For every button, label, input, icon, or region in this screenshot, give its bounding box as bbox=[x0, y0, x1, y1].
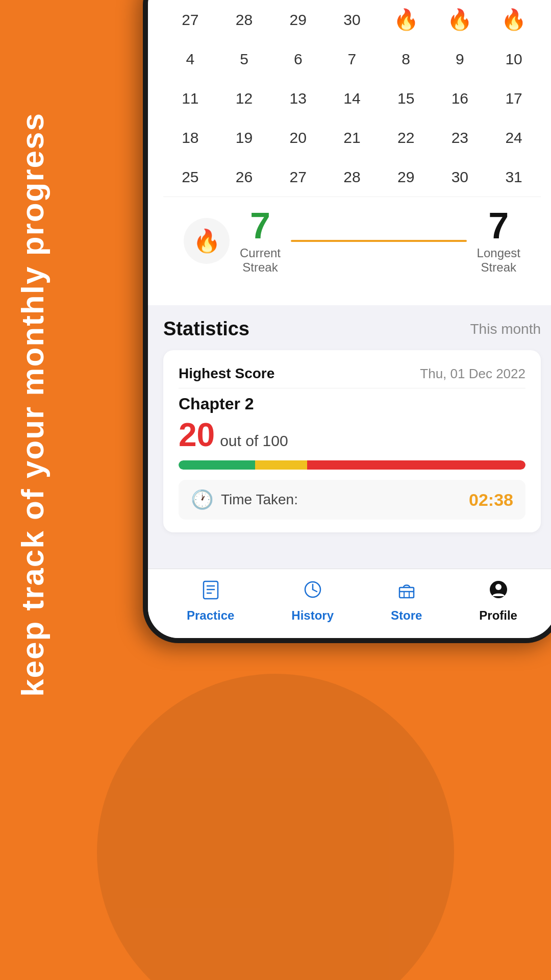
calendar-cell: 31 bbox=[495, 160, 533, 193]
calendar-cell: 28 bbox=[333, 160, 371, 193]
nav-item-store[interactable]: Store bbox=[391, 579, 422, 623]
time-taken-left: 🕐 Time Taken: bbox=[191, 489, 298, 510]
calendar-cell: 12 bbox=[225, 82, 263, 115]
calendar-cell: 27 bbox=[279, 160, 317, 193]
time-taken-row: 🕐 Time Taken: 02:38 bbox=[179, 480, 525, 520]
calendar-cell: 24 bbox=[495, 121, 533, 154]
calendar-flame-fri: 🔥 bbox=[441, 3, 479, 36]
calendar-cell: 19 bbox=[225, 121, 263, 154]
store-label: Store bbox=[391, 608, 422, 623]
calendar-grid: 27 28 29 30 🔥 🔥 🔥 bbox=[163, 0, 541, 197]
svg-point-11 bbox=[495, 584, 502, 590]
flame-icon: 🔥 bbox=[501, 8, 527, 32]
calendar-cell: 17 bbox=[495, 82, 533, 115]
progress-yellow bbox=[255, 460, 307, 470]
stats-header: Statistics This month bbox=[163, 318, 541, 340]
longest-streak-value: 7 bbox=[477, 207, 520, 244]
history-label: History bbox=[291, 608, 334, 623]
streak-flame-circle: 🔥 bbox=[184, 218, 230, 264]
side-text: keep track of your monthly progress bbox=[0, 102, 65, 707]
svg-rect-9 bbox=[404, 592, 409, 598]
calendar-cell: 26 bbox=[225, 160, 263, 193]
bottom-navigation: Practice History bbox=[148, 569, 551, 638]
current-streak-label: CurrentStreak bbox=[240, 246, 281, 275]
calendar-cell: 16 bbox=[441, 82, 479, 115]
longest-streak-item: 7 LongestStreak bbox=[477, 207, 520, 275]
store-icon bbox=[396, 579, 417, 604]
calendar-cell: 18 bbox=[171, 121, 209, 154]
chapter-label: Chapter 2 bbox=[179, 395, 525, 413]
profile-icon bbox=[488, 579, 509, 604]
calendar-cell: 8 bbox=[387, 42, 425, 76]
practice-label: Practice bbox=[187, 608, 234, 623]
longest-streak-label: LongestStreak bbox=[477, 246, 520, 275]
calendar-week-5: 25 26 27 28 29 30 31 bbox=[163, 157, 541, 197]
history-icon bbox=[303, 579, 323, 604]
stats-card: Highest Score Thu, 01 Dec 2022 Chapter 2… bbox=[163, 350, 541, 532]
calendar-cell: 29 bbox=[279, 3, 317, 36]
streak-divider-line bbox=[291, 240, 467, 242]
current-streak-item: 7 CurrentStreak bbox=[240, 207, 281, 275]
score-date: Thu, 01 Dec 2022 bbox=[420, 366, 525, 382]
calendar-cell: 20 bbox=[279, 121, 317, 154]
svg-line-6 bbox=[313, 590, 317, 592]
calendar-week-2: 4 5 6 7 8 9 10 bbox=[163, 39, 541, 79]
calendar-cell: 28 bbox=[225, 3, 263, 36]
flame-icon: 🔥 bbox=[393, 8, 419, 32]
calendar-cell: 25 bbox=[171, 160, 209, 193]
calendar-cell: 27 bbox=[171, 3, 209, 36]
calendar-cell: 15 bbox=[387, 82, 425, 115]
clock-icon: 🕐 bbox=[191, 489, 214, 510]
calendar-section: Sun Mon Tue Wed Thu Fri Sat 27 28 29 30 bbox=[148, 0, 551, 305]
calendar-cell: 29 bbox=[387, 160, 425, 193]
calendar-cell: 30 bbox=[333, 3, 371, 36]
screen-content: Sun Mon Tue Wed Thu Fri Sat 27 28 29 30 bbox=[148, 0, 551, 638]
nav-item-practice[interactable]: Practice bbox=[187, 579, 234, 623]
nav-item-profile[interactable]: Profile bbox=[479, 579, 517, 623]
calendar-cell: 14 bbox=[333, 82, 371, 115]
practice-icon bbox=[201, 579, 221, 604]
calendar-cell: 11 bbox=[171, 82, 209, 115]
calendar-flame-thu: 🔥 bbox=[387, 3, 425, 36]
calendar-cell: 23 bbox=[441, 121, 479, 154]
phone-screen: Sun Mon Tue Wed Thu Fri Sat 27 28 29 30 bbox=[148, 0, 551, 638]
statistics-section: Statistics This month Highest Score Thu,… bbox=[148, 305, 551, 543]
calendar-cell: 21 bbox=[333, 121, 371, 154]
phone-device: Sun Mon Tue Wed Thu Fri Sat 27 28 29 30 bbox=[143, 0, 551, 643]
calendar-cell: 5 bbox=[225, 42, 263, 76]
stats-period: This month bbox=[470, 321, 541, 337]
streak-flame-icon: 🔥 bbox=[193, 228, 221, 254]
calendar-cell: 10 bbox=[495, 42, 533, 76]
highest-score-label: Highest Score bbox=[179, 365, 274, 382]
calendar-cell: 6 bbox=[279, 42, 317, 76]
stats-title: Statistics bbox=[163, 318, 249, 340]
nav-item-history[interactable]: History bbox=[291, 579, 334, 623]
score-display: 20 out of 100 bbox=[179, 419, 525, 451]
score-number: 20 bbox=[179, 419, 215, 451]
progress-red bbox=[307, 460, 525, 470]
calendar-cell: 7 bbox=[333, 42, 371, 76]
stats-card-header: Highest Score Thu, 01 Dec 2022 bbox=[179, 365, 525, 382]
calendar-week-4: 18 19 20 21 22 23 24 bbox=[163, 118, 541, 157]
calendar-week-1: 27 28 29 30 🔥 🔥 🔥 bbox=[163, 0, 541, 39]
calendar-cell: 4 bbox=[171, 42, 209, 76]
calendar-cell: 22 bbox=[387, 121, 425, 154]
score-out-of: out of 100 bbox=[220, 432, 288, 450]
calendar-cell: 13 bbox=[279, 82, 317, 115]
progress-bar bbox=[179, 460, 525, 470]
progress-green bbox=[179, 460, 255, 470]
calendar-week-3: 11 12 13 14 15 16 17 bbox=[163, 79, 541, 118]
time-value: 02:38 bbox=[469, 490, 513, 510]
svg-rect-7 bbox=[399, 587, 414, 598]
flame-icon: 🔥 bbox=[447, 8, 472, 32]
calendar-cell: 30 bbox=[441, 160, 479, 193]
time-taken-label: Time Taken: bbox=[221, 492, 298, 508]
card-divider bbox=[179, 388, 525, 388]
profile-label: Profile bbox=[479, 608, 517, 623]
calendar-cell: 9 bbox=[441, 42, 479, 76]
streak-section: 🔥 7 CurrentStreak 7 LongestStreak bbox=[163, 197, 541, 290]
calendar-flame-sat: 🔥 bbox=[495, 3, 533, 36]
current-streak-value: 7 bbox=[240, 207, 281, 244]
